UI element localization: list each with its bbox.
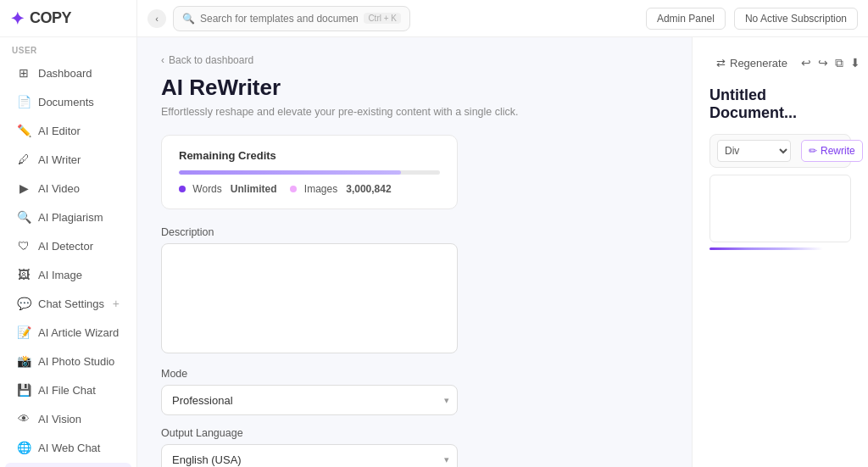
- undo-icon: ↩: [801, 56, 811, 69]
- regenerate-button[interactable]: ⇄ Regenerate: [709, 53, 794, 73]
- sidebar-item-ai-rewriter[interactable]: ✍ AI ReWriter: [5, 463, 131, 467]
- sidebar-item-ai-writer[interactable]: 🖊 AI Writer: [5, 146, 131, 173]
- regenerate-icon: ⇄: [716, 57, 726, 69]
- right-panel: ⇄ Regenerate ↩ ↪ ⧉ ⬇ ⊘ Unti: [693, 37, 868, 467]
- sidebar-item-label: Dashboard: [38, 67, 92, 80]
- mode-select[interactable]: Professional Casual Formal Creative: [161, 385, 458, 415]
- sidebar-item-ai-image[interactable]: 🖼 AI Image: [5, 261, 131, 288]
- search-input[interactable]: [200, 13, 359, 25]
- back-to-dashboard-link[interactable]: ‹ Back to dashboard: [161, 54, 668, 66]
- output-language-select-wrapper: English (USA) Spanish French German ▾: [161, 444, 458, 467]
- images-credit: Images 3,000,842: [290, 183, 391, 195]
- document-title: Untitled Document...: [709, 86, 851, 122]
- ai-file-chat-icon: 💾: [17, 383, 31, 397]
- topbar-right: Admin Panel No Active Subscription: [646, 8, 858, 30]
- images-value: 3,000,842: [346, 183, 391, 195]
- ai-image-icon: 🖼: [17, 268, 31, 281]
- sidebar-item-label: AI Vision: [38, 413, 81, 425]
- content-area: ‹ Back to dashboard AI ReWriter Effortle…: [137, 37, 868, 467]
- images-dot: [290, 186, 297, 192]
- sidebar-section-user: USER: [0, 37, 136, 58]
- ai-vision-icon: 👁: [17, 412, 31, 425]
- ai-photo-icon: 📸: [17, 354, 31, 368]
- search-bar-container: 🔍 Ctrl + K: [173, 6, 410, 31]
- description-label: Description: [161, 226, 668, 238]
- sidebar-item-documents[interactable]: 📄 Documents: [5, 88, 131, 115]
- ai-video-icon: ▶: [17, 181, 31, 195]
- rewrite-icon: ✏: [809, 145, 817, 157]
- sidebar-item-label: Chat Settings: [38, 297, 104, 310]
- collapse-sidebar-button[interactable]: ‹: [147, 9, 166, 28]
- credits-title: Remaining Credits: [179, 149, 440, 162]
- back-arrow-icon: ‹: [161, 54, 164, 66]
- admin-panel-button[interactable]: Admin Panel: [646, 8, 726, 30]
- sidebar-item-label: AI File Chat: [38, 384, 96, 397]
- words-credit: Words Unlimited: [179, 183, 276, 195]
- redo-button[interactable]: ↪: [818, 51, 828, 75]
- copy-icon: ⧉: [835, 56, 843, 70]
- sidebar-item-ai-detector[interactable]: 🛡 AI Detector: [5, 232, 131, 259]
- download-icon: ⬇: [850, 56, 860, 69]
- redo-icon: ↪: [818, 56, 828, 69]
- sidebar-item-label: AI Web Chat: [38, 442, 100, 454]
- sidebar-item-chat-settings[interactable]: 💬 Chat Settings +: [5, 290, 131, 317]
- sidebar-item-ai-file-chat[interactable]: 💾 AI File Chat: [5, 376, 131, 403]
- sidebar-item-ai-vision[interactable]: 👁 AI Vision: [5, 405, 131, 432]
- sidebar-item-label: AI Article Wizard: [38, 326, 119, 339]
- sidebar-item-label: Documents: [38, 96, 94, 108]
- description-textarea[interactable]: [161, 243, 458, 353]
- sidebar-item-label: AI Photo Studio: [38, 355, 114, 368]
- output-language-select[interactable]: English (USA) Spanish French German: [161, 444, 458, 467]
- editor-rule: [709, 247, 823, 250]
- ai-web-chat-icon: 🌐: [17, 441, 31, 454]
- copy-button[interactable]: ⧉: [835, 51, 843, 75]
- credits-card: Remaining Credits Words Unlimited Images: [161, 135, 458, 209]
- subscription-button[interactable]: No Active Subscription: [734, 8, 858, 30]
- rewrite-label: Rewrite: [821, 145, 855, 157]
- main-wrapper: ‹ 🔍 Ctrl + K Admin Panel No Active Subsc…: [137, 0, 868, 467]
- rewrite-button[interactable]: ✏ Rewrite: [801, 140, 863, 162]
- ai-writer-icon: 🖊: [17, 153, 31, 166]
- add-chat-icon[interactable]: +: [113, 297, 120, 310]
- sidebar-item-label: AI Image: [38, 269, 82, 281]
- sidebar-item-ai-editor[interactable]: ✏️ AI Editor: [5, 117, 131, 144]
- sidebar-item-ai-web-chat[interactable]: 🌐 AI Web Chat: [5, 434, 131, 461]
- sidebar-item-ai-plagiarism[interactable]: 🔍 AI Plagiarism: [5, 203, 131, 231]
- download-button[interactable]: ⬇: [850, 51, 860, 75]
- credits-bar-fill: [179, 170, 401, 175]
- ai-detector-icon: 🛡: [17, 239, 31, 253]
- words-value: Unlimited: [231, 183, 277, 195]
- undo-button[interactable]: ↩: [801, 51, 811, 75]
- ai-plagiarism-icon: 🔍: [17, 210, 31, 224]
- left-panel: ‹ Back to dashboard AI ReWriter Effortle…: [137, 37, 693, 467]
- page-subtitle: Effortlessly reshape and elevate your pr…: [161, 106, 668, 118]
- page-title: AI ReWriter: [161, 75, 668, 101]
- mode-label: Mode: [161, 368, 668, 380]
- sidebar-item-ai-article-wizard[interactable]: 📝 AI Article Wizard: [5, 319, 131, 346]
- sidebar-item-dashboard[interactable]: ⊞ Dashboard: [5, 59, 131, 86]
- right-toolbar: ⇄ Regenerate ↩ ↪ ⧉ ⬇ ⊘: [709, 51, 851, 75]
- documents-icon: 📄: [17, 95, 31, 108]
- logo: ✦ COPY: [0, 0, 136, 37]
- sidebar-item-label: AI Video: [38, 182, 80, 195]
- logo-text: COPY: [30, 9, 71, 27]
- sidebar-item-label: AI Editor: [38, 125, 81, 137]
- regenerate-label: Regenerate: [730, 57, 787, 69]
- chat-settings-icon: 💬: [17, 297, 31, 310]
- search-shortcut-badge: Ctrl + K: [364, 13, 401, 24]
- ai-editor-icon: ✏️: [17, 124, 31, 137]
- words-label: Words: [192, 183, 221, 195]
- search-icon: 🔍: [182, 13, 195, 25]
- credits-progress-bar: [179, 170, 440, 175]
- sidebar-item-ai-photo-studio[interactable]: 📸 AI Photo Studio: [5, 347, 131, 375]
- dashboard-icon: ⊞: [17, 66, 31, 80]
- output-language-label: Output Language: [161, 427, 668, 439]
- topbar: ‹ 🔍 Ctrl + K Admin Panel No Active Subsc…: [137, 0, 868, 37]
- credits-row: Words Unlimited Images 3,000,842: [179, 183, 440, 195]
- editor-content[interactable]: [709, 175, 851, 242]
- sidebar-item-label: AI Plagiarism: [38, 211, 103, 224]
- sidebar-item-ai-video[interactable]: ▶ AI Video: [5, 175, 131, 202]
- sidebar-item-label: AI Writer: [38, 153, 81, 166]
- editor-block-type-select[interactable]: Div Paragraph Heading 1: [717, 140, 791, 162]
- words-dot: [179, 186, 186, 192]
